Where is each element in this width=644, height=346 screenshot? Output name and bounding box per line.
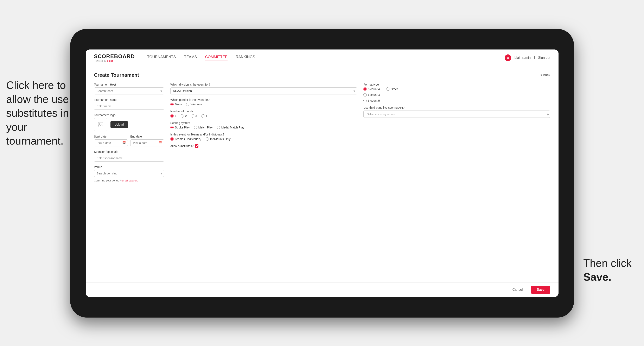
event-teams[interactable]: Teams (+Individuals) <box>170 137 202 141</box>
rounds-group: Number of rounds 1 2 <box>170 110 357 118</box>
event-individuals[interactable]: Individuals Only <box>206 137 231 141</box>
logo-brand: clippd <box>106 60 113 62</box>
rounds-2-label: 2 <box>185 114 187 118</box>
scoring-match-radio[interactable] <box>194 126 197 129</box>
division-label: Which division is the event for? <box>170 83 357 86</box>
scoring-api-label: Use third-party live scoring API? <box>364 106 550 109</box>
scoring-radio-group: Stroke Play Match Play Medal Match Play <box>170 126 357 129</box>
event-teams-radio[interactable] <box>170 137 174 141</box>
event-individuals-radio[interactable] <box>206 137 209 141</box>
email-support-link[interactable]: email support <box>122 179 138 182</box>
scoring-system-group: Scoring system Stroke Play Match Play <box>170 121 357 129</box>
tournament-logo-group: Tournament logo Upload <box>94 113 164 131</box>
format-6count5[interactable]: 6 count 5 <box>364 99 550 102</box>
division-select[interactable]: NCAA Division I <box>170 87 357 94</box>
substitutes-checkbox[interactable] <box>195 144 198 148</box>
format-options: 5 count 4 Other 6 count 4 <box>364 87 550 102</box>
logo-upload-area: Upload <box>94 118 164 131</box>
gender-womens-radio[interactable] <box>186 103 189 106</box>
rounds-1-label: 1 <box>175 114 176 118</box>
rounds-4-radio[interactable] <box>201 114 204 118</box>
tournament-host-group: Tournament Host ▾ <box>94 83 164 94</box>
rounds-1-radio[interactable] <box>170 114 174 118</box>
venue-group: Venue Can't find your venue? email suppo… <box>94 165 164 182</box>
format-other[interactable]: Other <box>386 87 398 91</box>
scoring-stroke[interactable]: Stroke Play <box>170 126 190 129</box>
tournament-logo-label: Tournament logo <box>94 113 164 117</box>
nav-item-tournaments[interactable]: TOURNAMENTS <box>147 55 176 60</box>
scoring-system-label: Scoring system <box>170 121 357 125</box>
scoring-match[interactable]: Match Play <box>194 126 213 129</box>
format-other-radio[interactable] <box>386 87 390 91</box>
page-footer: Cancel Save <box>86 282 558 297</box>
calendar-icon-end: 📅 <box>158 141 162 145</box>
save-button[interactable]: Save <box>531 286 550 294</box>
nav-logo: SCOREBOARD Powered by clippd <box>94 53 135 62</box>
rounds-radio-group: 1 2 3 4 <box>170 114 357 118</box>
scoring-medal-radio[interactable] <box>217 126 220 129</box>
venue-input[interactable] <box>94 170 164 177</box>
cancel-button[interactable]: Cancel <box>508 286 528 294</box>
tournament-name-label: Tournament name <box>94 98 164 101</box>
format-5count4-radio[interactable] <box>364 87 367 91</box>
form-col-1: Tournament Host ▾ Tournament name Tourna… <box>94 83 164 182</box>
rounds-3-radio[interactable] <box>191 114 194 118</box>
form-col-2: Which division is the event for? NCAA Di… <box>170 83 357 182</box>
format-6count5-radio[interactable] <box>364 99 367 102</box>
scoring-stroke-label: Stroke Play <box>175 126 190 129</box>
format-5count4[interactable]: 5 count 4 <box>364 87 380 91</box>
scoring-medal[interactable]: Medal Match Play <box>217 126 244 129</box>
sponsor-label: Sponsor (optional) <box>94 150 164 154</box>
rounds-2[interactable]: 2 <box>181 114 187 118</box>
rounds-1[interactable]: 1 <box>170 114 176 118</box>
rounds-3[interactable]: 3 <box>191 114 197 118</box>
venue-note: Can't find your venue? email support <box>94 179 164 182</box>
nav-right: B blair admin | Sign out <box>505 54 550 61</box>
annotation-right: Then click Save. <box>583 256 632 284</box>
upload-button[interactable]: Upload <box>110 121 128 128</box>
tournament-host-label: Tournament Host <box>94 83 164 86</box>
dropdown-icon: ▾ <box>161 89 162 93</box>
sign-out-link[interactable]: Sign out <box>538 56 550 60</box>
end-date-wrapper: 📅 <box>130 139 164 146</box>
sponsor-input[interactable] <box>94 155 164 162</box>
nav-item-committee[interactable]: COMMITTEE <box>205 55 228 60</box>
logo-sub: Powered by clippd <box>94 60 135 62</box>
format-6count4[interactable]: 6 count 4 <box>364 93 550 97</box>
page-title: Create Tournament <box>94 72 139 78</box>
scoring-api-group: Use third-party live scoring API? Select… <box>364 106 550 118</box>
venue-label: Venue <box>94 165 164 169</box>
nav-items: TOURNAMENTS TEAMS COMMITTEE RANKINGS <box>147 55 505 60</box>
nav-divider: | <box>534 56 535 60</box>
tournament-name-input[interactable] <box>94 103 164 110</box>
format-6count4-radio[interactable] <box>364 93 367 97</box>
nav-item-teams[interactable]: TEAMS <box>184 55 197 60</box>
gender-mens[interactable]: Mens <box>170 103 182 106</box>
scoring-match-label: Match Play <box>198 126 213 129</box>
rounds-4[interactable]: 4 <box>201 114 207 118</box>
rounds-3-label: 3 <box>196 114 197 118</box>
nav-item-rankings[interactable]: RANKINGS <box>236 55 255 60</box>
gender-mens-radio[interactable] <box>170 103 174 106</box>
scoring-api-wrapper: Select a scoring service <box>364 111 550 118</box>
tournament-host-input[interactable] <box>94 87 164 94</box>
format-5count4-label: 5 count 4 <box>368 87 380 91</box>
format-type-label: Format type <box>364 83 550 86</box>
scoring-api-select[interactable]: Select a scoring service <box>364 111 550 118</box>
substitutes-checkbox-label[interactable]: Allow substitutes? <box>170 144 357 148</box>
back-link[interactable]: Back <box>540 73 550 77</box>
substitutes-label: Allow substitutes? <box>170 144 194 148</box>
svg-point-3 <box>99 124 100 125</box>
svg-rect-2 <box>98 122 103 127</box>
form-col-3: Format type 5 count 4 Other <box>364 83 550 182</box>
page-content: Create Tournament Back Tournament Host ▾… <box>86 66 558 282</box>
format-6count4-label: 6 count 4 <box>368 93 380 97</box>
event-individuals-label: Individuals Only <box>210 137 231 141</box>
scoring-stroke-radio[interactable] <box>170 126 174 129</box>
event-type-radio-group: Teams (+Individuals) Individuals Only <box>170 137 357 141</box>
gender-womens[interactable]: Womens <box>186 103 202 106</box>
sponsor-group: Sponsor (optional) <box>94 150 164 162</box>
rounds-2-radio[interactable] <box>181 114 184 118</box>
division-wrapper: NCAA Division I <box>170 87 357 94</box>
format-other-label: Other <box>391 87 398 91</box>
